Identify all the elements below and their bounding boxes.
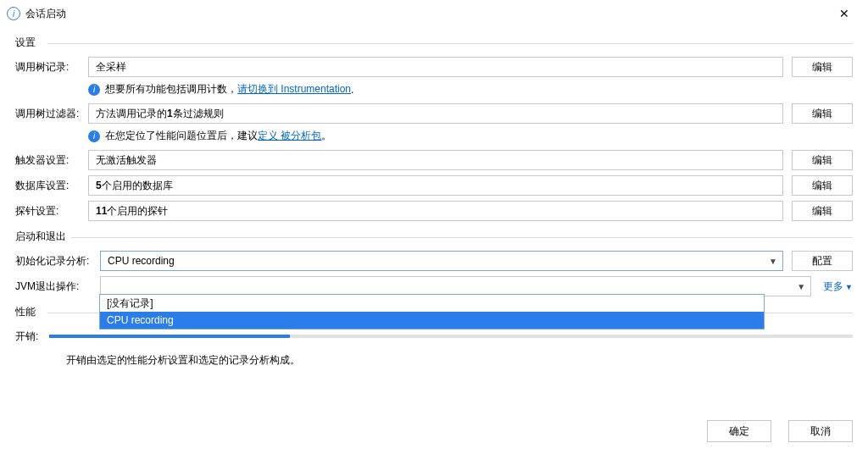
link-instrumentation[interactable]: 请切换到 Instrumentation	[237, 82, 351, 97]
dropdown-init-record[interactable]: [没有记录] CPU recording	[99, 294, 765, 329]
overhead-bar	[49, 335, 853, 338]
overhead-caption: 开销由选定的性能分析设置和选定的记录分析构成。	[66, 353, 853, 368]
edit-database-button[interactable]: 编辑	[792, 175, 853, 196]
chevron-down-icon: ▼	[797, 282, 805, 291]
label-call-tree: 调用树记录:	[15, 60, 88, 75]
label-overhead: 开销:	[15, 329, 49, 344]
chevron-down-icon: ▼	[845, 283, 853, 291]
app-icon: i	[7, 7, 20, 20]
label-database: 数据库设置:	[15, 179, 88, 193]
link-define-package[interactable]: 定义 被分析包	[258, 129, 321, 143]
ok-button[interactable]: 确定	[707, 420, 771, 442]
hint-instrumentation: i 想要所有功能包括调用计数， 请切换到 Instrumentation .	[88, 82, 853, 97]
section-settings: 设置	[15, 36, 853, 50]
label-trigger: 触发器设置:	[15, 153, 88, 168]
edit-probe-button[interactable]: 编辑	[792, 201, 853, 221]
label-jvm-exit: JVM退出操作:	[15, 280, 100, 294]
edit-call-tree-button[interactable]: 编辑	[792, 57, 853, 77]
field-filter: 方法调用记录的1条过滤规则	[88, 103, 783, 124]
dropdown-option-selected[interactable]: CPU recording	[100, 312, 764, 329]
overhead-bar-fill	[49, 335, 290, 338]
field-database: 5个启用的数据库	[88, 175, 783, 196]
chevron-down-icon: ▼	[769, 257, 777, 266]
config-button[interactable]: 配置	[792, 251, 853, 271]
more-link[interactable]: 更多▼	[823, 280, 853, 294]
window-title: 会话启动	[25, 7, 66, 21]
label-init-record: 初始化记录分析:	[15, 254, 100, 269]
edit-trigger-button[interactable]: 编辑	[792, 150, 853, 170]
field-trigger: 无激活触发器	[88, 150, 783, 170]
cancel-button[interactable]: 取消	[788, 420, 853, 442]
info-icon: i	[88, 84, 100, 96]
field-call-tree: 全采样	[88, 57, 783, 77]
label-filter: 调用树过滤器:	[15, 107, 88, 121]
section-startexit: 启动和退出	[15, 230, 853, 244]
hint-package: i 在您定位了性能问题位置后，建议 定义 被分析包 。	[88, 129, 853, 143]
info-icon: i	[88, 130, 100, 142]
combo-init-record[interactable]: CPU recording ▼	[100, 251, 783, 271]
field-probe: 11个启用的探针	[88, 201, 783, 221]
edit-filter-button[interactable]: 编辑	[792, 103, 853, 124]
label-probe: 探针设置:	[15, 204, 88, 219]
close-button[interactable]: ✕	[827, 0, 861, 27]
titlebar: i 会话启动 ✕	[0, 0, 868, 27]
dropdown-option[interactable]: [没有记录]	[100, 295, 764, 312]
